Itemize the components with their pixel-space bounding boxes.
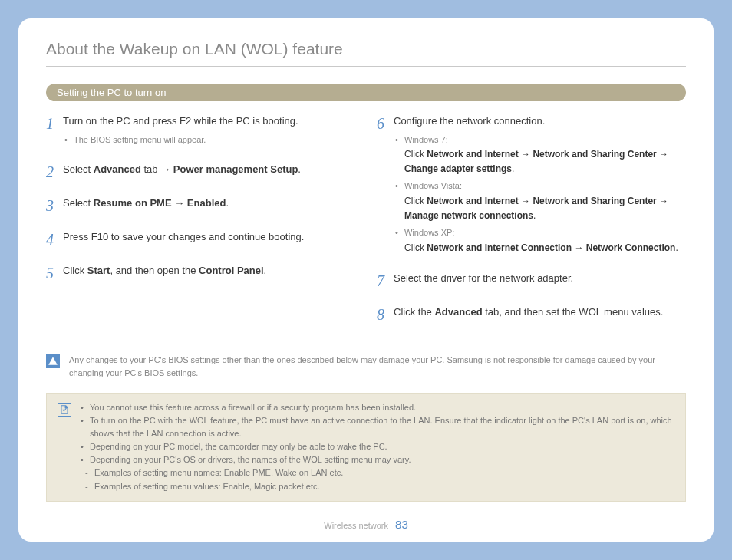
step-number: 8 (377, 303, 394, 326)
step-body: Select Advanced tab → Power management S… (63, 162, 355, 177)
note-item: Depending on your PC's OS or drivers, th… (81, 453, 674, 466)
note-item: To turn on the PC with the WOL feature, … (81, 414, 674, 440)
step-number: 3 (46, 194, 63, 217)
step-number: 2 (46, 160, 63, 183)
step-number: 4 (46, 228, 63, 251)
step-number: 6 (377, 112, 394, 135)
warning-row: Any changes to your PC's BIOS settings o… (46, 354, 686, 379)
step-7: 7Select the driver for the network adapt… (377, 271, 686, 292)
page: About the Wakeup on LAN (WOL) feature Se… (18, 18, 714, 542)
warning-icon (46, 354, 60, 368)
section-badge: Setting the PC to turn on (46, 84, 686, 101)
note-item: You cannot use this feature across a fir… (81, 401, 674, 414)
step-number: 7 (377, 269, 394, 292)
page-title: About the Wakeup on LAN (WOL) feature (46, 40, 686, 58)
note-icon (58, 403, 71, 417)
step-4: 4Press F10 to save your changes and cont… (46, 229, 355, 251)
step-body: Select the driver for the network adapte… (394, 271, 686, 286)
step-number: 1 (46, 112, 63, 135)
note-item-dash: Examples of setting menu names: Enable P… (81, 466, 674, 479)
sub-bullet: Windows XP:Click Network and Internet Co… (395, 226, 686, 255)
step-8: 8Click the Advanced tab, and then set th… (377, 305, 686, 326)
step-body: Select Resume on PME → Enabled. (63, 196, 355, 211)
step-5: 5Click Start, and then open the Control … (46, 263, 355, 285)
right-column: 6Configure the network connection.Window… (377, 114, 686, 338)
step-3: 3Select Resume on PME → Enabled. (46, 196, 355, 217)
step-body: Click the Advanced tab, and then set the… (394, 305, 686, 320)
sub-bullet: Windows Vista:Click Network and Internet… (395, 180, 686, 223)
step-1: 1Turn on the PC and press F2 while the P… (46, 114, 355, 150)
footer: Wireless network 83 (46, 510, 686, 531)
step-number: 5 (46, 262, 63, 285)
step-body: Turn on the PC and press F2 while the PC… (63, 114, 355, 150)
divider (46, 66, 686, 67)
step-6: 6Configure the network connection.Window… (377, 114, 686, 259)
step-2: 2Select Advanced tab → Power management … (46, 162, 355, 183)
note-item: Depending on your PC model, the camcorde… (81, 440, 674, 453)
step-body: Press F10 to save your changes and conti… (63, 229, 355, 245)
sub-bullet: Windows 7:Click Network and Internet → N… (395, 133, 686, 177)
step-body: Configure the network connection.Windows… (394, 114, 686, 259)
note-box: You cannot use this feature across a fir… (46, 393, 686, 501)
columns: 1Turn on the PC and press F2 while the P… (46, 114, 686, 338)
left-column: 1Turn on the PC and press F2 while the P… (46, 114, 355, 338)
sub-bullet: The BIOS setting menu will appear. (64, 133, 355, 147)
page-number: 83 (395, 518, 408, 531)
footer-section: Wireless network (324, 521, 388, 530)
note-list: You cannot use this feature across a fir… (81, 401, 674, 492)
warning-text: Any changes to your PC's BIOS settings o… (69, 354, 686, 379)
note-item-dash: Examples of setting menu values: Enable,… (81, 480, 674, 493)
step-body: Click Start, and then open the Control P… (63, 263, 355, 278)
